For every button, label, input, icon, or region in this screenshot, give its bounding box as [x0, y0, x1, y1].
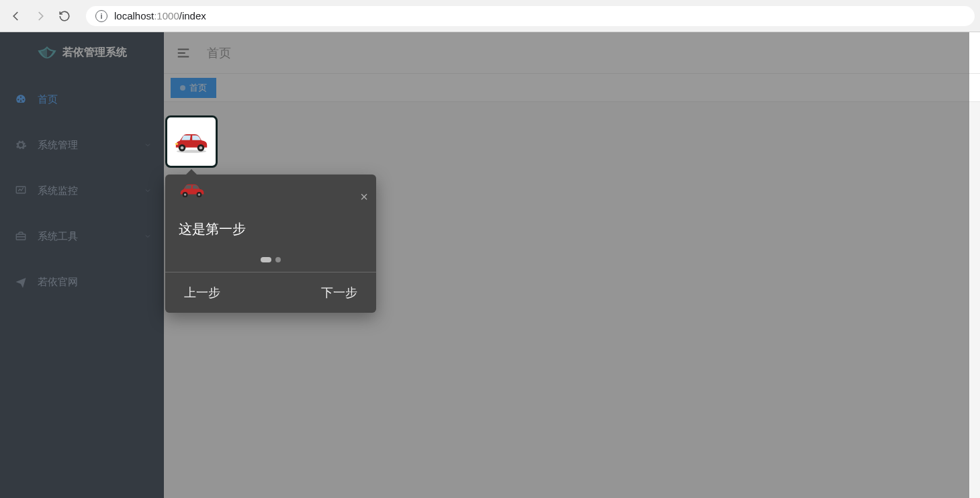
car-icon — [176, 181, 365, 199]
tour-target-card[interactable] — [165, 115, 218, 168]
svg-point-11 — [198, 193, 200, 195]
nav-reload-button[interactable] — [54, 5, 75, 27]
tour-overlay[interactable] — [0, 32, 969, 498]
tour-next-button[interactable]: 下一步 — [271, 272, 376, 313]
step-dot-active — [261, 257, 271, 262]
svg-point-6 — [199, 146, 203, 150]
tour-message: 这是第一步 — [165, 200, 376, 257]
svg-rect-7 — [175, 143, 179, 144]
nav-forward-button[interactable] — [30, 5, 51, 27]
url-host: localhost — [114, 10, 154, 21]
tour-footer: 上一步 下一步 — [165, 272, 376, 313]
main-area: 首页 首页 — [164, 32, 980, 498]
info-icon: i — [95, 10, 107, 22]
app-root: 若依管理系统 首页 系统管理 — [0, 32, 980, 498]
browser-toolbar: i localhost:1000/index — [0, 0, 980, 32]
tour-prev-button[interactable]: 上一步 — [165, 272, 271, 313]
tour-step-indicator — [165, 257, 376, 272]
content-area: × 这是第一步 上一步 下一步 — [164, 102, 980, 498]
url-port: :1000 — [154, 10, 179, 21]
address-bar[interactable]: i localhost:1000/index — [86, 6, 975, 26]
close-icon[interactable]: × — [360, 189, 368, 205]
step-dot — [275, 257, 281, 262]
svg-point-9 — [184, 193, 186, 195]
nav-back-button[interactable] — [5, 5, 27, 27]
tour-popover: × 这是第一步 上一步 下一步 — [165, 175, 376, 313]
car-icon — [172, 130, 211, 154]
popover-arrow-icon — [185, 169, 197, 175]
url-path: /index — [179, 10, 206, 21]
svg-point-4 — [181, 146, 184, 150]
